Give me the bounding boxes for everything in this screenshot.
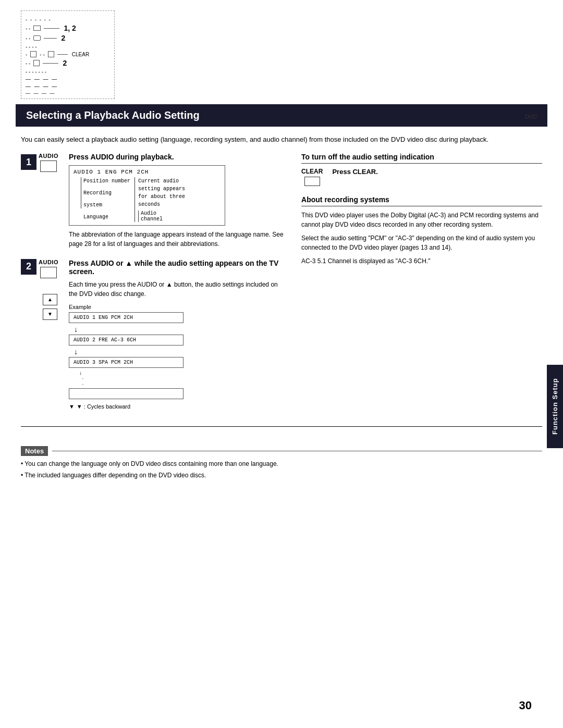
main-content: You can easily select a playback audio s… <box>0 127 563 441</box>
notes-header: Notes <box>21 446 48 456</box>
audio-label-recording: Recording <box>83 189 130 198</box>
step2-body: Each time you press the AUDIO or ▲ butto… <box>69 280 286 299</box>
remote-line-5: - - - CLEAR <box>26 51 110 57</box>
example-audio2: AUDIO 2 FRE AC-3 6CH <box>69 335 183 346</box>
audio-channel-label: Audio <box>141 211 185 216</box>
recording-systems-content: This DVD video player uses the Dolby Dig… <box>301 211 542 266</box>
recording-systems-title: About recording systems <box>301 195 542 206</box>
audio-label-language: Language <box>83 213 130 221</box>
cycles-backward: ▼ ▼ : Cycles backward <box>69 403 286 410</box>
divider-line <box>21 426 542 427</box>
dvd-label: DVD <box>525 114 537 120</box>
recording-para3: AC-3 5.1 Channel is displayed as "AC-3 6… <box>301 256 542 266</box>
continuation-dots: ↓ · · <box>79 370 286 387</box>
remote-line-3: - - 2 <box>26 34 110 42</box>
step1-diagram: AUDIO 1 ENG PCM 2CH Position number Reco… <box>69 165 286 226</box>
down-arrow-1: ↓ <box>74 325 286 334</box>
audio-label-system: system <box>83 201 130 209</box>
step2-title: Press AUDIO or ▲ while the audio setting… <box>69 259 286 276</box>
function-setup-tab: Function Setup <box>547 365 563 448</box>
turn-off-title: To turn off the audio setting indication <box>301 153 542 164</box>
right-column: To turn off the audio setting indication… <box>301 153 542 420</box>
annotation-current: Current audio <box>138 177 185 185</box>
down-arrow-2: ↓ <box>74 348 286 356</box>
step1-num-col: 1 AUDIO <box>21 153 64 172</box>
two-column-layout: 1 AUDIO Press AUDIO during playback. AUD… <box>21 153 542 420</box>
step1-row: 1 AUDIO Press AUDIO during playback. AUD… <box>21 153 286 249</box>
remote-line-7: - - - - - - - <box>26 69 110 75</box>
page-number: 30 <box>519 699 532 712</box>
audio-label-position: Position number <box>83 177 130 186</box>
annotation-seconds: seconds <box>138 201 185 208</box>
remote-line-4: - - - - <box>26 44 110 50</box>
step1-body: The abbreviation of the language appears… <box>69 230 286 249</box>
clear-word: CLEAR <box>301 168 323 175</box>
notes-content: You can change the language only on DVD … <box>21 459 542 480</box>
remote-line-1: - - - - - - <box>26 17 110 22</box>
remote-line-6: - - 2 <box>26 59 110 67</box>
remote-line-8: — — — — <box>26 76 110 82</box>
recording-para1: This DVD video player uses the Dolby Dig… <box>301 211 542 229</box>
audio-display-box: AUDIO 1 ENG PCM 2CH Position number Reco… <box>69 165 225 226</box>
step2-row: 2 AUDIO ▲ ▼ Press AUDIO or ▲ while the a… <box>21 259 286 410</box>
audio-button-icon <box>40 161 57 172</box>
recording-para2: Select the audio setting "PCM" or "AC-3"… <box>301 233 542 252</box>
clear-button-icon <box>304 177 320 186</box>
notes-section: Notes You can change the language only o… <box>21 441 542 480</box>
clear-section: CLEAR Press CLEAR. <box>301 168 542 186</box>
annotation-time: for about three <box>138 193 185 201</box>
up-arrow-btn-icon: ▲ <box>43 294 57 305</box>
step1-content: Press AUDIO during playback. AUDIO 1 ENG… <box>69 153 286 249</box>
step1-audio-icon: AUDIO <box>39 153 58 172</box>
turn-off-section: To turn off the audio setting indication… <box>301 153 542 186</box>
step1-title: Press AUDIO during playback. <box>69 153 286 161</box>
step2-audio-icon: AUDIO <box>39 259 58 278</box>
example-audio-end <box>69 388 183 399</box>
remote-box: - - - - - - - - 1, 2 - - 2 - - - - - - -… <box>21 10 115 99</box>
audio-channel-label2: channel <box>141 216 185 222</box>
step2-num-col: 2 AUDIO ▲ ▼ <box>21 259 64 320</box>
section-header: Selecting a Playback Audio Setting <box>16 104 547 127</box>
note-item-2: The included languages differ depending … <box>21 471 542 480</box>
intro-text: You can easily select a playback audio s… <box>21 134 542 145</box>
left-column: 1 AUDIO Press AUDIO during playback. AUD… <box>21 153 286 420</box>
annotation-setting: setting appears <box>138 185 185 193</box>
example-label: Example <box>69 304 286 310</box>
remote-line-10: — — — — <box>26 91 110 96</box>
note-item-1: You can change the language only on DVD … <box>21 459 542 469</box>
recording-systems-section: About recording systems This DVD video p… <box>301 195 542 266</box>
example-audio3: AUDIO 3 SPA PCM 2CH <box>69 357 183 368</box>
down-arrow-btn-icon: ▼ <box>43 309 57 320</box>
step1-number: 1 <box>21 154 36 170</box>
audio-button2-icon <box>40 267 57 278</box>
step2-number: 2 <box>21 259 36 275</box>
remote-line-9: — — — — <box>26 83 110 89</box>
press-clear-text: Press CLEAR. <box>332 168 377 176</box>
step2-content: Press AUDIO or ▲ while the audio setting… <box>69 259 286 410</box>
audio-display-header: AUDIO 1 ENG PCM 2CH <box>74 169 221 175</box>
remote-diagram: - - - - - - - - 1, 2 - - 2 - - - - - - -… <box>0 0 563 104</box>
down-triangle-icon: ▼ <box>69 403 75 410</box>
example-audio1: AUDIO 1 ENG PCM 2CH <box>69 312 183 323</box>
remote-line-2: - - 1, 2 <box>26 24 110 32</box>
clear-label-col: CLEAR <box>301 168 323 186</box>
